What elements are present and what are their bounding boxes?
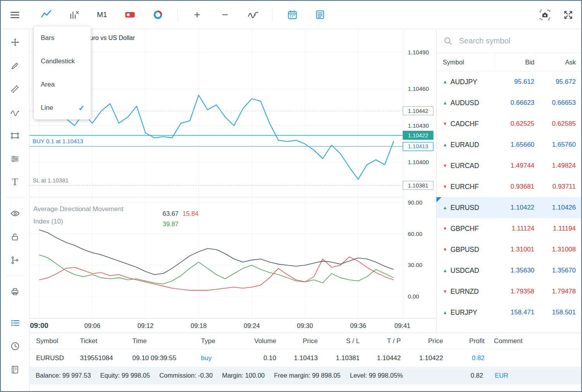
up-arrow-icon: ▲	[443, 205, 450, 210]
bid-value: 1.49744	[495, 162, 535, 170]
indicators-button[interactable]	[244, 6, 262, 23]
bid-value: 1.31001	[495, 246, 535, 253]
news-icon	[315, 10, 325, 20]
bid-value: 0.66623	[495, 99, 535, 107]
drawing-toolbar: T	[1, 29, 29, 391]
object-visibility-button[interactable]	[7, 205, 24, 222]
search-input[interactable]	[458, 36, 577, 46]
down-arrow-icon: ▼	[443, 226, 450, 231]
price-scale[interactable]: 1.104901.104601.104301.1040090.0060.0030…	[404, 29, 436, 318]
chart-type-button[interactable]	[38, 6, 55, 23]
chart-type-menu: BarsCandlestickAreaLine✓	[34, 26, 91, 120]
news-button[interactable]	[312, 6, 329, 23]
text-button[interactable]: T	[7, 173, 24, 191]
levels-button[interactable]	[7, 150, 24, 167]
di-plus-value: 39.87	[163, 220, 178, 227]
fullscreen-button[interactable]	[559, 6, 577, 23]
buy-order-label[interactable]: BUY 0.1 at 1.10413	[33, 138, 83, 144]
one-click-trading-button[interactable]	[121, 6, 139, 23]
market-watch-row-cadchf[interactable]: ▼CADCHF0.625250.62585	[436, 113, 582, 134]
market-watch-row-audjpy[interactable]: ▲AUDJPY95.61295.672	[436, 71, 582, 92]
market-watch-row-euraud[interactable]: ▲EURAUD1.656601.65760	[436, 134, 582, 155]
symbol-cell: ▲EURAUD	[436, 141, 495, 149]
levels-lines-icon	[10, 154, 20, 164]
time-axis[interactable]: 09:0009:0609:1209:1809:2409:3009:3609:41	[29, 318, 436, 333]
market-watch-row-eurchf[interactable]: ▼EURCHF0.936810.93711	[436, 176, 582, 197]
trade-panel-button[interactable]	[7, 314, 24, 331]
ask-value: 1.79478	[534, 288, 582, 295]
symbol-search	[436, 29, 582, 53]
brush-button[interactable]	[7, 57, 24, 74]
time-tick-label: 09:41	[395, 322, 411, 330]
toolbar-divider	[177, 8, 178, 21]
symbol-cell: ▼EURCAD	[436, 162, 495, 170]
remove-indicators-button[interactable]	[66, 6, 83, 23]
lock-objects-button[interactable]	[7, 228, 24, 245]
market-watch-row-gbpusd[interactable]: ▼GBPUSD1.310011.31008	[436, 239, 582, 260]
symbol-cell: ▲EURUSD	[436, 204, 495, 212]
market-watch-row-eurusd[interactable]: ▲EURUSD1.104221.10426	[436, 197, 582, 218]
status-item: Equity: 99 998.05	[100, 372, 150, 379]
journal-button[interactable]	[7, 361, 24, 378]
timeframe-button[interactable]: M1	[94, 6, 111, 23]
history-button[interactable]	[7, 338, 24, 355]
symbol-cell: ▼GBPCHF	[436, 225, 495, 233]
trendline-button[interactable]	[7, 80, 24, 97]
curve-icon	[10, 108, 20, 117]
tick-chart-button[interactable]	[149, 6, 166, 23]
stop-loss-label[interactable]: SL at 1.10381	[33, 177, 69, 184]
symbol-cell: ▼CADCHF	[436, 120, 495, 128]
zoom-in-button[interactable]: +	[189, 6, 206, 23]
search-icon	[443, 36, 453, 46]
cell-2: 09.10 09:39:55	[128, 354, 191, 362]
print-button[interactable]	[7, 283, 24, 300]
screenshot-button[interactable]	[536, 6, 553, 23]
ask-value: 0.93711	[534, 183, 582, 191]
account-currency[interactable]: EUR	[495, 372, 508, 379]
market-watch-row-usdcad[interactable]: ▲USDCAD1.356301.35670	[436, 260, 582, 281]
symbol-name: EURCAD	[450, 162, 479, 170]
market-watch-row-gbpchf[interactable]: ▼GBPCHF1.111241.11194	[436, 218, 582, 239]
bid-value: 1.65660	[495, 141, 535, 149]
position-row[interactable]: EURUSD31955108409.10 09:39:55buy0.101.10…	[29, 349, 582, 367]
chart-type-option-line[interactable]: Line✓	[34, 96, 91, 120]
calendar-button[interactable]	[284, 6, 301, 23]
cell-5: 1.10413	[276, 354, 318, 362]
bid-value: 1.79358	[495, 288, 535, 295]
shapes-button[interactable]	[7, 127, 24, 144]
di-minus-value: 15.84	[182, 210, 198, 217]
curve-button[interactable]	[7, 104, 24, 121]
indicator-values: 63.6715.84 39.87	[163, 208, 199, 229]
text-tool-icon: T	[12, 177, 18, 187]
time-tick-label: 09:06	[84, 322, 100, 330]
time-tick-label: 09:12	[137, 322, 153, 330]
market-watch-panel: Symbol Bid Ask ▲AUDJPY95.61295.672▲AUDUS…	[436, 29, 582, 333]
bid-value: 1.10422	[495, 204, 535, 212]
bid-value: 1.11124	[495, 225, 535, 232]
option-label: Line	[41, 104, 53, 112]
crosshair-button[interactable]	[7, 34, 24, 51]
axis-tick-label: 90.00	[408, 199, 423, 206]
history-clock-icon	[10, 341, 20, 351]
market-watch-row-eurcad[interactable]: ▼EURCAD1.497441.49824	[436, 155, 582, 176]
chart-type-option-bars[interactable]: Bars	[34, 26, 91, 50]
chart-type-option-candlestick[interactable]: Candlestick	[34, 50, 91, 73]
menu-button[interactable]	[6, 6, 23, 23]
column-bid: Bid	[495, 53, 535, 71]
ask-value: 1.65760	[534, 141, 582, 149]
chart-type-option-area[interactable]: Area	[34, 73, 91, 96]
symbol-name: EURJPY	[450, 309, 477, 317]
up-arrow-icon: ▲	[443, 310, 450, 315]
screenshot-camera-icon	[539, 9, 551, 21]
market-watch-row-eurjpy[interactable]: ▲EURJPY158.471158.501	[436, 302, 582, 323]
market-watch-row-audusd[interactable]: ▲AUDUSD0.666230.66653	[436, 92, 582, 113]
status-item: Balance: 99 997.53	[36, 372, 91, 379]
toolbar-divider	[272, 8, 273, 21]
up-arrow-icon: ▲	[443, 100, 450, 106]
zoom-out-button[interactable]: −	[217, 6, 234, 23]
option-label: Bars	[41, 34, 54, 42]
symbol-cell: ▼EURCHF	[436, 183, 495, 191]
market-watch-row-eurnzd[interactable]: ▼EURNZD1.793581.79478	[436, 281, 582, 302]
objects-list-button[interactable]	[7, 252, 24, 269]
symbol-cell: ▼EURNZD	[436, 288, 495, 296]
